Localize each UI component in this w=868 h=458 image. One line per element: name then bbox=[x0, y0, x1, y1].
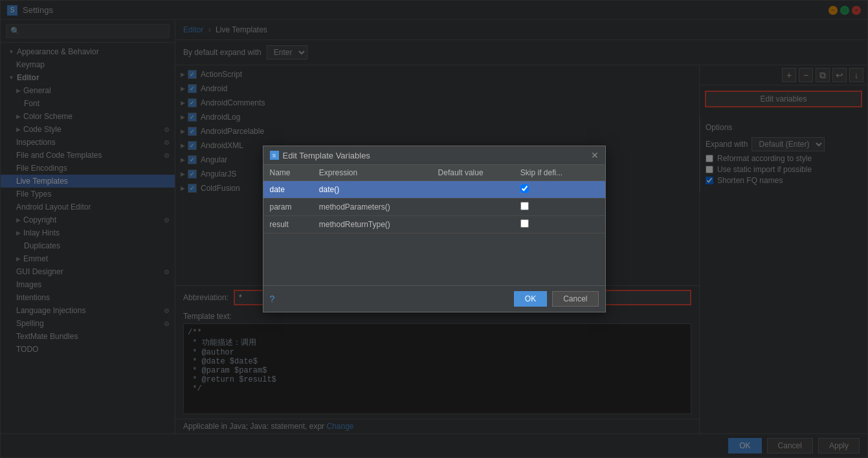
modal-spacer bbox=[263, 234, 605, 285]
var-name-result: result bbox=[263, 216, 313, 234]
edit-template-variables-modal: S Edit Template Variables ✕ Name Express… bbox=[263, 146, 606, 312]
var-name-date: date bbox=[263, 181, 313, 199]
scroll-cell bbox=[592, 181, 605, 199]
help-button[interactable]: ? bbox=[270, 294, 275, 304]
scroll-cell bbox=[592, 216, 605, 234]
var-expression-date: date() bbox=[313, 181, 432, 199]
modal-icon: S bbox=[270, 151, 279, 160]
modal-title-bar: S Edit Template Variables ✕ bbox=[263, 146, 605, 165]
modal-footer-buttons: OK Cancel bbox=[514, 291, 599, 307]
modal-header-row: Name Expression Default value Skip if de… bbox=[263, 165, 605, 181]
skip-checkbox-date[interactable] bbox=[520, 184, 529, 193]
var-skip-param bbox=[514, 199, 592, 216]
var-default-result bbox=[432, 216, 514, 234]
table-row[interactable]: result methodReturnType() bbox=[263, 216, 605, 234]
col-header-name: Name bbox=[263, 165, 313, 181]
settings-window: S Settings − □ × ▼ Appearance & Behavior… bbox=[0, 0, 868, 458]
var-skip-date bbox=[514, 181, 592, 199]
modal-title-text: Edit Template Variables bbox=[283, 151, 370, 160]
modal-table-header: Name Expression Default value Skip if de… bbox=[263, 165, 605, 181]
table-row[interactable]: param methodParameters() bbox=[263, 199, 605, 216]
modal-table-body: date date() param methodParameters() bbox=[263, 181, 605, 234]
col-header-expression: Expression bbox=[313, 165, 432, 181]
modal-footer: ? OK Cancel bbox=[263, 285, 605, 312]
modal-table: Name Expression Default value Skip if de… bbox=[263, 165, 605, 234]
modal-title: S Edit Template Variables bbox=[270, 151, 370, 160]
var-name-param: param bbox=[263, 199, 313, 216]
skip-checkbox-result[interactable] bbox=[520, 219, 529, 228]
var-skip-result bbox=[514, 216, 592, 234]
skip-checkbox-param[interactable] bbox=[520, 202, 529, 210]
modal-ok-button[interactable]: OK bbox=[514, 291, 547, 307]
var-default-date bbox=[432, 181, 514, 199]
var-default-param bbox=[432, 199, 514, 216]
table-row[interactable]: date date() bbox=[263, 181, 605, 199]
var-expression-param: methodParameters() bbox=[313, 199, 432, 216]
col-header-skip: Skip if defi... bbox=[514, 165, 592, 181]
var-expression-result: methodReturnType() bbox=[313, 216, 432, 234]
modal-overlay: S Edit Template Variables ✕ Name Express… bbox=[0, 0, 868, 458]
scroll-cell bbox=[592, 199, 605, 216]
modal-close-button[interactable]: ✕ bbox=[591, 150, 599, 160]
col-header-default: Default value bbox=[432, 165, 514, 181]
modal-content: Name Expression Default value Skip if de… bbox=[263, 165, 605, 234]
col-header-scroll bbox=[592, 165, 605, 181]
modal-cancel-button[interactable]: Cancel bbox=[552, 291, 598, 307]
